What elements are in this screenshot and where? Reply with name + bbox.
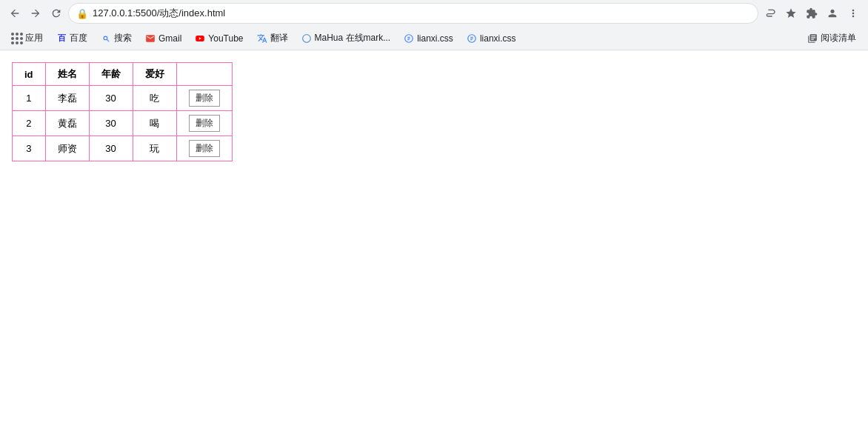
search-favicon-icon [101, 33, 111, 44]
bookmark-star-button[interactable] [782, 4, 800, 22]
cell-hobby: 喝 [133, 111, 176, 136]
bookmark-apps-label: 应用 [25, 32, 43, 44]
cell-action: 删除 [176, 136, 232, 161]
delete-button[interactable]: 删除 [189, 140, 220, 157]
svg-point-0 [104, 36, 107, 40]
col-header-name: 姓名 [45, 63, 89, 86]
bookmark-lianxi1[interactable]: lianxi.css [398, 30, 459, 47]
cell-age: 30 [89, 136, 133, 161]
read-mode-label: 阅读清单 [821, 32, 856, 44]
cell-name: 李磊 [45, 86, 89, 111]
bookmarks-bar: 应用 百 百度 搜索 Gmail YouTube [0, 27, 868, 50]
bookmark-lianxi2-label: lianxi.css [480, 33, 516, 44]
reload-button[interactable] [47, 4, 65, 22]
apps-grid-icon [12, 33, 22, 44]
bookmark-search-label: 搜索 [114, 32, 132, 44]
data-table: id 姓名 年龄 爱好 1 李磊 30 吃 删除 2 黄磊 30 喝 删除 3 … [12, 62, 233, 161]
youtube-icon [195, 33, 205, 44]
lock-icon: 🔒 [76, 8, 88, 19]
cell-hobby: 吃 [133, 86, 176, 111]
address-bar[interactable]: 🔒 127.0.0.1:5500/动态/index.html [68, 3, 758, 24]
cell-hobby: 玩 [133, 136, 176, 161]
extensions-button[interactable] [803, 4, 821, 22]
svg-line-1 [107, 39, 109, 41]
forward-button[interactable] [27, 4, 44, 22]
read-mode-button[interactable]: 阅读清单 [801, 30, 862, 46]
menu-button[interactable] [844, 4, 862, 22]
cell-action: 删除 [176, 86, 232, 111]
bookmark-youtube[interactable]: YouTube [189, 30, 249, 47]
cell-id: 2 [13, 111, 46, 136]
bookmark-baidu[interactable]: 百 百度 [50, 30, 93, 47]
table-header-row: id 姓名 年龄 爱好 [13, 63, 233, 86]
lianxi1-icon [404, 33, 414, 44]
bookmark-baidu-label: 百度 [70, 32, 87, 44]
table-row: 1 李磊 30 吃 删除 [13, 86, 233, 111]
col-header-action [176, 63, 232, 86]
table-row: 2 黄磊 30 喝 删除 [13, 111, 233, 136]
bookmark-translate-label: 翻译 [270, 32, 288, 44]
cell-name: 黄磊 [45, 111, 89, 136]
translate-icon [257, 33, 267, 44]
cell-age: 30 [89, 111, 133, 136]
bookmark-search[interactable]: 搜索 [95, 30, 138, 47]
bookmark-mahua-label: MaHua 在线mark... [315, 32, 391, 44]
bookmark-gmail[interactable]: Gmail [139, 30, 187, 47]
nav-bar: 🔒 127.0.0.1:5500/动态/index.html [0, 0, 868, 27]
cell-action: 删除 [176, 111, 232, 136]
cell-age: 30 [89, 86, 133, 111]
page-content: id 姓名 年龄 爱好 1 李磊 30 吃 删除 2 黄磊 30 喝 删除 3 … [0, 50, 868, 413]
cell-name: 师资 [45, 136, 89, 161]
gmail-icon [145, 33, 156, 44]
col-header-hobby: 爱好 [133, 63, 176, 86]
bookmark-lianxi2[interactable]: lianxi.css [461, 30, 522, 47]
back-button[interactable] [6, 4, 24, 22]
delete-button[interactable]: 删除 [189, 115, 220, 132]
screenshot-button[interactable] [761, 4, 779, 22]
bookmark-lianxi1-label: lianxi.css [417, 33, 453, 44]
col-header-age: 年龄 [89, 63, 133, 86]
delete-button[interactable]: 删除 [189, 90, 220, 107]
bookmark-youtube-label: YouTube [208, 33, 243, 44]
cell-id: 1 [13, 86, 46, 111]
browser-window: 🔒 127.0.0.1:5500/动态/index.html [0, 0, 868, 413]
bookmark-apps[interactable]: 应用 [6, 30, 49, 47]
bookmark-gmail-label: Gmail [158, 33, 181, 44]
browser-action-icons [761, 4, 862, 22]
col-header-id: id [13, 63, 46, 86]
lianxi2-icon [467, 33, 477, 44]
cell-id: 3 [13, 136, 46, 161]
url-text: 127.0.0.1:5500/动态/index.html [93, 7, 750, 20]
profile-button[interactable] [824, 4, 841, 22]
bookmark-mahua[interactable]: MaHua 在线mark... [296, 30, 397, 47]
bookmark-translate[interactable]: 翻译 [251, 30, 294, 47]
table-row: 3 师资 30 玩 删除 [13, 136, 233, 161]
baidu-icon: 百 [56, 33, 67, 44]
mahua-icon [301, 33, 312, 44]
